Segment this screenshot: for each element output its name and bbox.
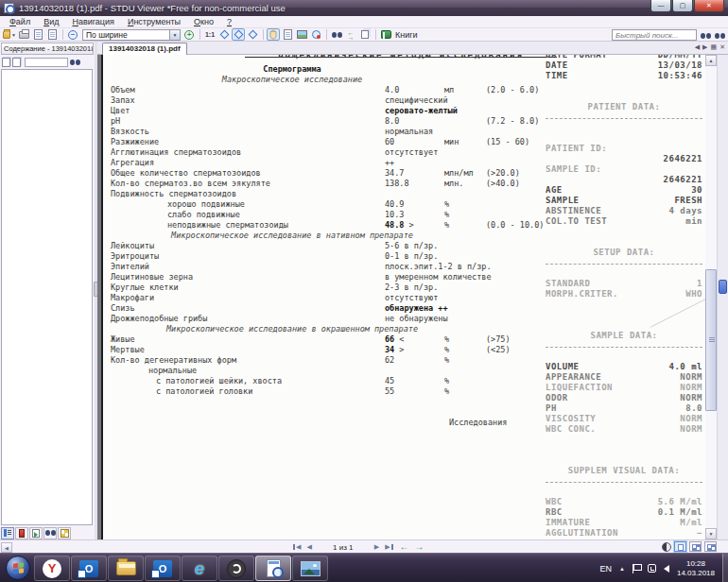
- combo-dropdown-icon[interactable]: ▼: [169, 30, 180, 40]
- fit-width-button[interactable]: [217, 28, 231, 41]
- copy-button[interactable]: [358, 28, 372, 41]
- history-forward-button[interactable]: →: [412, 542, 427, 552]
- printout-value: NORM: [680, 414, 702, 424]
- export-panel-button[interactable]: [29, 527, 43, 539]
- actual-size-button[interactable]: 1:1: [203, 28, 217, 41]
- first-page-button[interactable]: ◀: [289, 543, 303, 551]
- navigate-history-button[interactable]: ← →: [344, 28, 357, 41]
- tab-list-button[interactable]: ▦: [711, 43, 718, 51]
- find-next-button[interactable]: [699, 30, 712, 41]
- result-value: в умеренном количестве: [385, 272, 492, 282]
- last-page-button[interactable]: ▶: [382, 543, 396, 551]
- export-image-button[interactable]: [45, 28, 59, 41]
- scroll-down-button[interactable]: ▼: [705, 528, 717, 539]
- hscroll-left-button[interactable]: ◀: [1, 542, 12, 553]
- fit-page-button[interactable]: [232, 28, 245, 41]
- sidebar-panel-header[interactable]: Содержание - 13914032018: [1, 43, 94, 55]
- invert-colors-icon[interactable]: [662, 542, 671, 552]
- taskbar-yandex-browser[interactable]: Y: [34, 556, 70, 581]
- show-desktop-button[interactable]: [722, 554, 728, 582]
- printout-label: WBC: [546, 497, 563, 507]
- prev-tab-button[interactable]: ◀: [695, 43, 700, 51]
- printout-value: −: [697, 528, 702, 539]
- printout-kv-row: PH8.0: [546, 403, 702, 414]
- collapse-tree-icon[interactable]: [12, 58, 21, 67]
- close-button[interactable]: ✕: [694, 0, 724, 12]
- printout-kv-row: PATIENT ID:: [546, 144, 702, 154]
- printout-blank-row: [546, 300, 702, 310]
- taskbar-outlook-2[interactable]: O: [145, 556, 181, 581]
- right-splitter-grip[interactable]: [719, 280, 727, 294]
- taskbar-internet-explorer[interactable]: e: [182, 556, 217, 581]
- result-label: слабо подвижные: [167, 210, 240, 219]
- prev-page-button[interactable]: ◀: [303, 543, 314, 551]
- open-file-button[interactable]: ▼: [3, 28, 16, 41]
- tray-clock[interactable]: 10:28 14.03.2018: [677, 559, 715, 578]
- taskbar-outlook[interactable]: O: [71, 556, 107, 581]
- taskbar-file-explorer[interactable]: [108, 556, 144, 581]
- menu-item-Окно[interactable]: Окно: [187, 17, 220, 26]
- menu-item-Вид[interactable]: Вид: [37, 17, 65, 26]
- taskbar-image-viewer[interactable]: [292, 556, 328, 581]
- document-tab[interactable]: 13914032018 (1).pdf: [102, 43, 187, 55]
- contents-tree[interactable]: [1, 69, 93, 525]
- menu-item-?[interactable]: ?: [220, 17, 238, 26]
- language-indicator[interactable]: EN: [599, 564, 612, 573]
- taskbar-spiral-app[interactable]: [218, 556, 254, 581]
- contents-panel-button[interactable]: [1, 527, 14, 539]
- maximize-button[interactable]: ▢: [672, 0, 693, 12]
- start-button[interactable]: [6, 556, 30, 580]
- facing-view-button[interactable]: [704, 541, 717, 552]
- volume-icon[interactable]: [664, 565, 669, 573]
- expand-tree-icon[interactable]: [2, 58, 10, 67]
- hand-tool-button[interactable]: [267, 28, 280, 41]
- next-tab-button[interactable]: ▶: [702, 43, 707, 51]
- action-center-flag-icon[interactable]: [633, 564, 640, 573]
- thumbnails-panel-button[interactable]: [58, 527, 71, 539]
- find-prev-button[interactable]: [713, 30, 726, 41]
- fit-height-button[interactable]: [246, 28, 259, 41]
- vertical-scrollbar[interactable]: ▲ ▼: [705, 55, 717, 539]
- scroll-up-button[interactable]: ▲: [705, 55, 717, 66]
- next-page-button[interactable]: ▶: [372, 543, 382, 551]
- menu-item-Навигация[interactable]: Навигация: [65, 17, 120, 26]
- menu-item-Файл[interactable]: Файл: [3, 17, 37, 26]
- doc-blank-row: [103, 397, 540, 407]
- zoom-mode-select[interactable]: По ширине ▼: [82, 29, 181, 41]
- history-back-button[interactable]: ←: [397, 542, 412, 552]
- window-title: 13914032018 (1).pdf - STDU Viewer *Free …: [19, 3, 286, 13]
- books-button[interactable]: [379, 28, 392, 41]
- print-button[interactable]: [17, 28, 30, 41]
- result-unit: млн/мл: [444, 168, 474, 178]
- sidebar-search-input[interactable]: [25, 58, 68, 67]
- doc-result-row: Слизьобнаружена ++: [103, 303, 540, 314]
- printout-label: LIQUEFACTION: [546, 383, 613, 393]
- printout-value: min: [685, 216, 702, 227]
- export-page-button[interactable]: [31, 28, 44, 41]
- select-text-button[interactable]: [281, 28, 294, 41]
- search-panel-button[interactable]: [43, 527, 57, 539]
- close-tab-button[interactable]: ✕: [719, 43, 725, 51]
- snapshot-button[interactable]: [309, 28, 322, 41]
- menu-bar: ФайлВидНавигацияИнструментыОкно?: [0, 16, 728, 28]
- quick-search-input[interactable]: [612, 29, 697, 41]
- sync-icon[interactable]: [648, 564, 656, 573]
- hidden-icons-chevron[interactable]: ▲: [619, 566, 625, 572]
- menu-item-Инструменты[interactable]: Инструменты: [121, 17, 187, 26]
- bookmarks-panel-button[interactable]: [15, 527, 28, 539]
- result-label: Эпителий: [111, 262, 149, 271]
- thumbnails-icon: [61, 529, 69, 538]
- continuous-view-button[interactable]: [689, 541, 702, 552]
- bookmark-icon: [19, 529, 25, 538]
- select-image-button[interactable]: [295, 28, 308, 41]
- sidebar-binoculars-icon[interactable]: [70, 60, 80, 65]
- document-viewport[interactable]: Общеклинические методы исследования Спер…: [97, 55, 705, 539]
- search-button[interactable]: [330, 28, 343, 41]
- taskbar-stdu-viewer[interactable]: [255, 556, 291, 581]
- zoom-out-button[interactable]: −: [66, 28, 79, 41]
- minimize-button[interactable]: —: [650, 0, 671, 12]
- single-page-view-button[interactable]: [674, 541, 686, 552]
- books-label[interactable]: Книги: [395, 30, 418, 40]
- zoom-in-button[interactable]: +: [182, 28, 196, 41]
- vertical-scroll-thumb[interactable]: [705, 269, 717, 411]
